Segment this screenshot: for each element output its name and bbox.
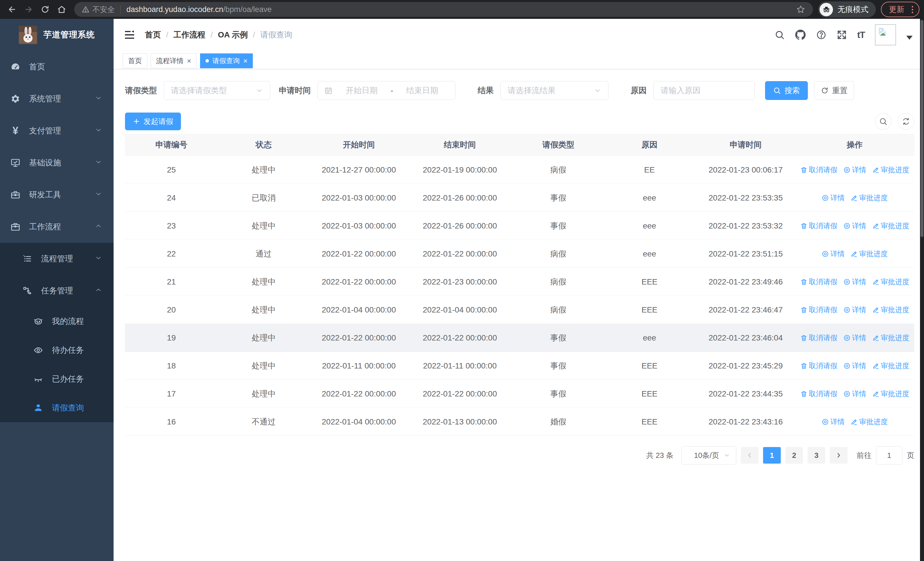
refresh-icon	[902, 117, 910, 126]
update-button[interactable]: 更新	[881, 2, 920, 17]
prev-page-button[interactable]	[741, 447, 759, 463]
table-header-row: 申请编号状态开始时间结束时间请假类型原因申请时间操作	[125, 134, 914, 156]
cell-actions: 取消请假详情审批进度	[797, 212, 912, 240]
cell-end: 2022-01-26 00:00:00	[408, 212, 512, 240]
sidebar-item-task-mgmt[interactable]: 任务管理	[0, 275, 114, 307]
github-icon[interactable]	[795, 29, 806, 40]
tab-home[interactable]: 首页	[123, 53, 147, 68]
reason-input[interactable]	[661, 86, 748, 95]
progress-link-label: 审批进度	[881, 333, 909, 343]
fullscreen-icon[interactable]	[837, 30, 847, 40]
help-icon[interactable]	[816, 30, 826, 40]
header-search-icon[interactable]	[774, 30, 785, 40]
scrollbar-thumb[interactable]	[921, 20, 923, 237]
cell-start: 2022-01-04 00:00:00	[310, 408, 408, 436]
browser-scrollbar[interactable]	[920, 19, 924, 561]
sidebar-item-workflow[interactable]: 工作流程	[0, 211, 114, 243]
search-button[interactable]: 搜索	[765, 81, 808, 100]
sidebar-item-home[interactable]: 首页	[0, 51, 114, 83]
cancel-leave-link[interactable]: 取消请假	[800, 389, 837, 399]
cancel-leave-link[interactable]: 取消请假	[800, 221, 837, 230]
cell-type: 婚假	[512, 408, 605, 436]
edit-icon	[850, 194, 858, 202]
reset-button[interactable]: 重置	[814, 81, 854, 100]
font-size-icon[interactable]: tT	[857, 30, 865, 40]
bookmark-star-icon[interactable]	[796, 5, 806, 14]
detail-link[interactable]: 详情	[822, 193, 844, 203]
refresh-table-button[interactable]	[898, 113, 914, 130]
browser-home-button[interactable]	[54, 2, 69, 17]
apply-time-range-picker[interactable]: 开始日期 - 结束日期	[318, 81, 455, 100]
page-button-3[interactable]: 3	[808, 447, 825, 463]
progress-link[interactable]: 审批进度	[872, 165, 909, 174]
next-page-button[interactable]	[830, 447, 848, 463]
detail-link[interactable]: 详情	[843, 389, 866, 399]
sidebar-item-todo-tasks[interactable]: 待办任务	[0, 335, 114, 364]
tab-close-icon[interactable]: ×	[187, 57, 191, 65]
sidebar-item-my-process[interactable]: 我的流程	[0, 307, 114, 335]
leave-type-select[interactable]: 请选择请假类型	[164, 81, 270, 100]
browser-refresh-button[interactable]	[38, 2, 52, 17]
detail-link[interactable]: 详情	[822, 417, 844, 426]
result-select[interactable]: 请选择流结果	[501, 81, 608, 100]
sidebar-item-payment[interactable]: ¥ 支付管理	[0, 115, 114, 147]
detail-link[interactable]: 详情	[843, 221, 866, 230]
security-label: 不安全	[93, 5, 115, 15]
toggle-search-button[interactable]	[875, 113, 891, 130]
progress-link-label: 审批进度	[859, 249, 888, 259]
progress-link[interactable]: 审批进度	[850, 193, 888, 203]
detail-link[interactable]: 详情	[843, 305, 866, 314]
search-icon	[879, 117, 888, 126]
cancel-leave-link[interactable]: 取消请假	[800, 333, 837, 343]
sidebar-item-system[interactable]: 系统管理	[0, 83, 114, 115]
sidebar-item-process-mgmt[interactable]: 流程管理	[0, 243, 114, 275]
chevron-down-icon	[95, 254, 102, 264]
cancel-leave-link[interactable]: 取消请假	[800, 165, 837, 174]
detail-link[interactable]: 详情	[843, 333, 866, 343]
detail-link[interactable]: 详情	[822, 249, 844, 259]
sidebar-item-done-tasks[interactable]: 已办任务	[0, 364, 114, 393]
progress-link[interactable]: 审批进度	[872, 305, 909, 314]
cell-type: 事假	[512, 324, 605, 352]
gear-icon	[10, 94, 21, 104]
detail-link[interactable]: 详情	[843, 277, 866, 286]
tab-close-icon[interactable]: ×	[243, 57, 248, 65]
goto-page-input[interactable]	[876, 446, 902, 465]
progress-link[interactable]: 审批进度	[872, 333, 909, 343]
tab-leave-query[interactable]: 请假查询 ×	[200, 53, 253, 68]
cancel-leave-link[interactable]: 取消请假	[800, 277, 837, 286]
breadcrumb-item[interactable]: OA 示例	[218, 29, 248, 40]
page-button-1[interactable]: 1	[763, 447, 781, 463]
browser-back-button[interactable]	[4, 2, 20, 17]
sidebar-item-devtools[interactable]: 研发工具	[0, 179, 114, 211]
progress-link[interactable]: 审批进度	[872, 277, 909, 286]
detail-link[interactable]: 详情	[843, 361, 866, 370]
detail-link[interactable]: 详情	[843, 165, 866, 174]
progress-link[interactable]: 审批进度	[872, 389, 909, 399]
progress-link[interactable]: 审批进度	[850, 249, 888, 259]
sidebar-item-leave-query[interactable]: 请假查询	[0, 393, 114, 422]
cell-id: 17	[125, 380, 218, 408]
progress-link[interactable]: 审批进度	[872, 221, 909, 230]
progress-link[interactable]: 审批进度	[850, 417, 888, 426]
address-bar[interactable]: 不安全 dashboard.yudao.iocoder.cn/bpm/oa/le…	[74, 2, 813, 17]
user-avatar[interactable]	[875, 24, 896, 45]
browser-forward-button[interactable]	[21, 2, 36, 17]
sidebar-item-infra[interactable]: 基础设施	[0, 147, 114, 179]
tab-process-detail[interactable]: 流程详情 ×	[151, 53, 196, 68]
create-leave-button[interactable]: 发起请假	[125, 113, 181, 130]
cancel-leave-link[interactable]: 取消请假	[800, 305, 837, 314]
cell-applied: 2022-01-22 23:53:32	[694, 212, 797, 240]
avatar-caret-icon[interactable]	[906, 36, 913, 40]
page-button-2[interactable]: 2	[785, 447, 803, 463]
breadcrumb-item[interactable]: 首页	[145, 29, 161, 40]
sidebar-item-label: 流程管理	[41, 253, 95, 264]
page-size-select[interactable]: 10条/页	[681, 446, 736, 465]
progress-link[interactable]: 审批进度	[872, 361, 909, 370]
sidebar-collapse-button[interactable]	[124, 29, 135, 41]
cancel-leave-link[interactable]: 取消请假	[800, 361, 837, 370]
table-row: 20处理中2022-01-04 00:00:002022-01-04 00:00…	[125, 296, 914, 324]
browser-menu-icon[interactable]	[910, 6, 915, 13]
plus-icon	[133, 118, 140, 125]
breadcrumb-item[interactable]: 工作流程	[174, 29, 206, 40]
